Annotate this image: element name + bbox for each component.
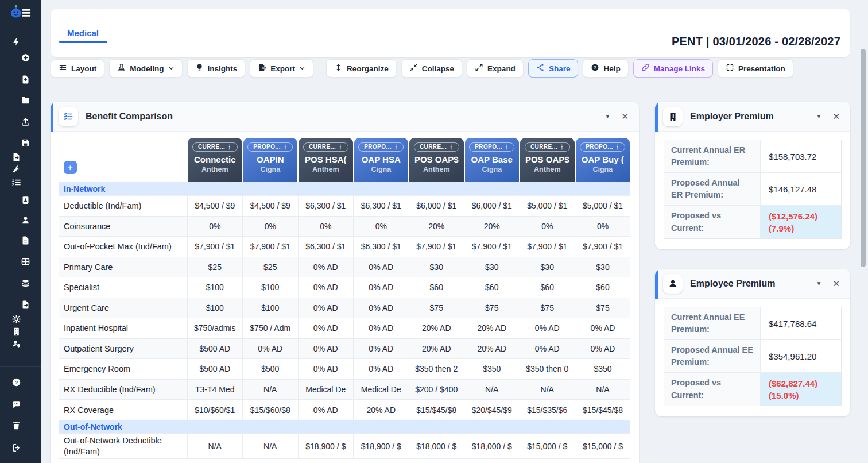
column-menu-icon[interactable]: ⋮ xyxy=(338,144,343,150)
insights-button[interactable]: Insights xyxy=(187,59,246,78)
collapse-caret-icon[interactable]: ▼ xyxy=(816,280,822,287)
close-icon[interactable]: ✕ xyxy=(621,111,629,122)
benefit-cell[interactable]: $7,900 / $1 xyxy=(520,237,575,257)
benefit-cell[interactable]: 0% AD xyxy=(354,338,409,359)
benefit-cell[interactable]: 20% AD xyxy=(464,318,520,339)
column-menu-icon[interactable]: ⋮ xyxy=(504,144,510,150)
benefit-cell[interactable]: 0% AD xyxy=(298,359,354,380)
benefit-cell[interactable]: 0% AD xyxy=(354,318,409,339)
benefit-cell[interactable]: $500 AD xyxy=(187,359,243,380)
benefit-cell[interactable]: $30 xyxy=(409,257,464,277)
benefit-cell[interactable]: 20% AD xyxy=(409,338,464,359)
benefit-cell[interactable]: N/A xyxy=(187,434,243,459)
export-button[interactable]: Export xyxy=(250,59,313,78)
id-card-icon[interactable] xyxy=(20,194,31,206)
plan-column-header[interactable]: CURRE...⋮ConnecticAnthem xyxy=(188,138,242,182)
benefit-cell[interactable]: $60 xyxy=(409,277,464,298)
benefit-cell[interactable]: 0% AD xyxy=(298,298,354,318)
user-shield-icon[interactable] xyxy=(10,338,22,349)
benefit-cell[interactable]: $5,000 / $1 xyxy=(575,196,631,217)
benefit-cell[interactable]: $20/$45/$9 xyxy=(464,400,520,420)
upload-icon[interactable] xyxy=(20,115,31,127)
benefit-cell[interactable]: N/A xyxy=(575,379,631,400)
benefit-cell[interactable]: $60 xyxy=(575,277,631,298)
layout-button[interactable]: Layout xyxy=(51,59,104,78)
benefit-cell[interactable]: $60 xyxy=(464,277,520,298)
plan-column-header[interactable]: PROPO...⋮OAP HSACigna xyxy=(354,138,409,182)
benefit-cell[interactable]: $350 xyxy=(575,359,631,380)
plan-type-badge[interactable]: PROPO...⋮ xyxy=(247,142,293,152)
benefit-cell[interactable]: $200 / $400 xyxy=(409,379,464,400)
benefit-cell[interactable]: 0% xyxy=(243,216,299,237)
reorganize-button[interactable]: Reorganize xyxy=(326,59,397,78)
benefit-cell[interactable]: $6,300 / $1 xyxy=(298,196,354,217)
benefit-cell[interactable]: $750 / Adm xyxy=(243,318,299,339)
benefit-cell[interactable]: N/A xyxy=(243,379,299,400)
wrench-icon[interactable] xyxy=(10,164,22,175)
benefit-cell[interactable]: 0% AD xyxy=(298,318,354,339)
benefit-cell[interactable]: $350 xyxy=(464,359,520,380)
benefit-cell[interactable]: 0% AD xyxy=(354,359,409,380)
column-menu-icon[interactable]: ⋮ xyxy=(393,144,399,150)
help-circle-icon[interactable]: ? xyxy=(10,376,22,388)
table-icon[interactable] xyxy=(20,256,31,267)
file-export-icon[interactable] xyxy=(10,151,22,163)
chat-icon[interactable] xyxy=(10,399,22,410)
plan-column-header[interactable]: PROPO...⋮OAP BaseCigna xyxy=(465,138,520,182)
plan-column-header[interactable]: CURRE...⋮POS OAP$Anthem xyxy=(520,138,575,182)
benefit-cell[interactable]: 0% AD xyxy=(520,338,575,359)
column-menu-icon[interactable]: ⋮ xyxy=(227,144,232,150)
help-button[interactable]: ? Help xyxy=(583,59,628,78)
plan-type-badge[interactable]: CURRE...⋮ xyxy=(303,142,348,152)
benefit-cell[interactable]: Medical De xyxy=(354,379,409,400)
expand-button[interactable]: Expand xyxy=(467,59,524,78)
benefit-cell[interactable]: $18,000 / $ xyxy=(409,434,464,459)
benefit-cell[interactable]: N/A xyxy=(464,379,520,400)
page-scrollbar-thumb[interactable] xyxy=(861,49,866,267)
benefit-cell[interactable]: $100 xyxy=(187,277,243,298)
plan-type-badge[interactable]: CURRE...⋮ xyxy=(192,142,238,152)
share-button[interactable]: Share xyxy=(528,59,579,78)
plus-circle-icon[interactable] xyxy=(20,52,31,63)
benefit-cell[interactable]: $75 xyxy=(575,298,631,318)
benefit-cell[interactable]: $30 xyxy=(520,257,575,277)
benefit-cell[interactable]: $7,900 / $1 xyxy=(409,237,464,257)
benefit-cell[interactable]: $750/admis xyxy=(187,318,243,339)
user-icon[interactable] xyxy=(20,214,31,226)
collapse-button[interactable]: Collapse xyxy=(401,59,462,78)
column-menu-icon[interactable]: ⋮ xyxy=(559,144,565,150)
plan-type-badge[interactable]: CURRE...⋮ xyxy=(525,142,570,152)
gear-icon[interactable] xyxy=(10,313,22,325)
benefit-cell[interactable]: $6,000 / $1 xyxy=(409,196,464,217)
benefit-cell[interactable]: $7,900 / $1 xyxy=(243,237,299,257)
close-icon[interactable]: ✕ xyxy=(832,279,840,289)
benefit-cell[interactable]: $15/$45/$8 xyxy=(409,400,464,420)
benefit-cell[interactable]: $15,000 / $ xyxy=(575,434,631,459)
add-column-button[interactable]: + xyxy=(64,161,77,174)
benefit-cell[interactable]: $4,500 / $9 xyxy=(243,196,299,217)
benefit-cell[interactable]: $25 xyxy=(187,257,243,277)
collapse-caret-icon[interactable]: ▼ xyxy=(605,113,611,119)
plan-column-header[interactable]: CURRE...⋮POS OAP$Anthem xyxy=(409,138,464,182)
benefit-cell[interactable]: 0% xyxy=(187,216,243,237)
benefit-cell[interactable]: $18,900 / $ xyxy=(354,434,409,459)
benefit-cell[interactable]: $6,300 / $1 xyxy=(354,196,409,217)
plan-column-header[interactable]: PROPO...⋮OAPINCigna xyxy=(243,138,298,182)
benefit-cell[interactable]: Medical De xyxy=(298,379,354,400)
benefit-cell[interactable]: 20% AD xyxy=(409,318,464,339)
tab-medical[interactable]: Medical xyxy=(59,28,107,38)
plan-type-badge[interactable]: PROPO...⋮ xyxy=(580,142,625,152)
logout-icon[interactable] xyxy=(10,442,22,453)
file-export-alt-icon[interactable] xyxy=(20,299,31,310)
presentation-button[interactable]: Presentation xyxy=(718,59,793,78)
benefit-cell[interactable]: 0% AD xyxy=(298,400,354,420)
benefit-cell[interactable]: $500 AD xyxy=(187,338,243,359)
benefit-cell[interactable]: $350 then 0 xyxy=(520,359,575,380)
modeling-button[interactable]: Modeling xyxy=(109,59,182,78)
benefit-cell[interactable]: $75 xyxy=(464,298,520,318)
benefit-cell[interactable]: $30 xyxy=(575,257,631,277)
save-icon[interactable] xyxy=(20,137,31,148)
benefit-cell[interactable]: $15/$45/$8 xyxy=(575,400,631,420)
column-menu-icon[interactable]: ⋮ xyxy=(448,144,454,150)
benefit-cell[interactable]: $75 xyxy=(520,298,575,318)
